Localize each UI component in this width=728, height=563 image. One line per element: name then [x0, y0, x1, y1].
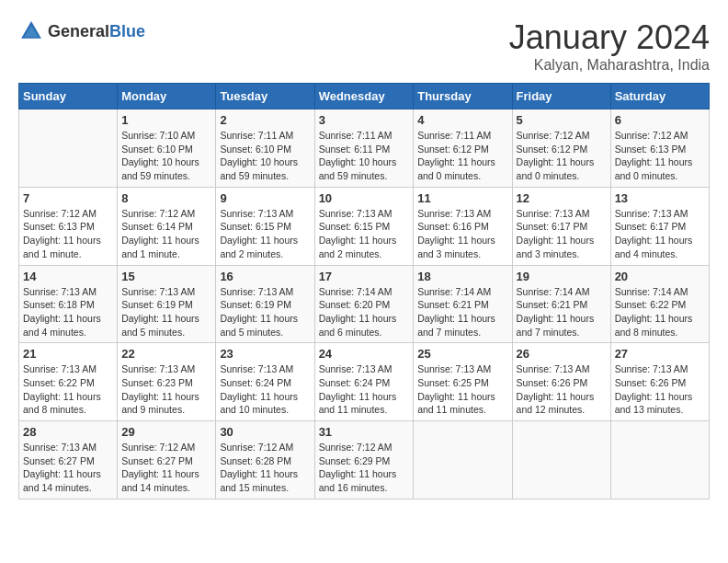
- day-info: Sunrise: 7:12 AMSunset: 6:27 PMDaylight:…: [121, 442, 199, 493]
- calendar-cell: 13 Sunrise: 7:13 AMSunset: 6:17 PMDaylig…: [610, 187, 709, 265]
- calendar-cell: 9 Sunrise: 7:13 AMSunset: 6:15 PMDayligh…: [216, 187, 314, 265]
- calendar-week-row: 1 Sunrise: 7:10 AMSunset: 6:10 PMDayligh…: [19, 109, 710, 188]
- day-info: Sunrise: 7:12 AMSunset: 6:14 PMDaylight:…: [121, 208, 199, 259]
- calendar-cell: 3 Sunrise: 7:11 AMSunset: 6:11 PMDayligh…: [314, 109, 414, 188]
- calendar-week-row: 28 Sunrise: 7:13 AMSunset: 6:27 PMDaylig…: [19, 421, 710, 500]
- day-info: Sunrise: 7:12 AMSunset: 6:13 PMDaylight:…: [615, 130, 693, 181]
- day-info: Sunrise: 7:13 AMSunset: 6:18 PMDaylight:…: [23, 286, 101, 338]
- day-number: 6: [615, 113, 705, 127]
- weekday-header-cell: Wednesday: [314, 84, 414, 109]
- calendar-cell: 2 Sunrise: 7:11 AMSunset: 6:10 PMDayligh…: [216, 109, 314, 188]
- day-number: 28: [23, 425, 113, 439]
- day-number: 21: [23, 347, 113, 361]
- day-number: 1: [121, 113, 211, 127]
- calendar-cell: 10 Sunrise: 7:13 AMSunset: 6:15 PMDaylig…: [314, 187, 414, 265]
- day-number: 4: [417, 113, 507, 127]
- calendar-cell: [19, 109, 118, 188]
- day-number: 24: [319, 347, 410, 361]
- day-number: 11: [417, 191, 507, 205]
- day-number: 31: [319, 425, 410, 439]
- calendar-cell: 27 Sunrise: 7:13 AMSunset: 6:26 PMDaylig…: [610, 343, 709, 421]
- weekday-header-cell: Saturday: [610, 84, 709, 109]
- day-number: 19: [517, 270, 607, 283]
- weekday-header-cell: Friday: [512, 84, 610, 109]
- calendar-week-row: 21 Sunrise: 7:13 AMSunset: 6:22 PMDaylig…: [19, 343, 710, 421]
- day-number: 29: [121, 425, 211, 439]
- day-info: Sunrise: 7:11 AMSunset: 6:10 PMDaylight:…: [220, 130, 298, 181]
- logo-blue: Blue: [109, 22, 145, 40]
- calendar-cell: [512, 421, 610, 500]
- day-info: Sunrise: 7:14 AMSunset: 6:21 PMDaylight:…: [417, 286, 495, 338]
- day-info: Sunrise: 7:13 AMSunset: 6:27 PMDaylight:…: [23, 442, 101, 493]
- logo-icon: [18, 18, 44, 44]
- day-number: 9: [220, 191, 310, 205]
- day-info: Sunrise: 7:11 AMSunset: 6:11 PMDaylight:…: [319, 130, 397, 181]
- day-info: Sunrise: 7:13 AMSunset: 6:17 PMDaylight:…: [517, 208, 595, 259]
- day-number: 27: [615, 347, 705, 361]
- day-number: 7: [23, 191, 113, 205]
- calendar-cell: 7 Sunrise: 7:12 AMSunset: 6:13 PMDayligh…: [19, 187, 118, 265]
- calendar-cell: 19 Sunrise: 7:14 AMSunset: 6:21 PMDaylig…: [512, 265, 610, 343]
- day-number: 2: [220, 113, 310, 127]
- calendar-cell: [610, 421, 709, 500]
- weekday-header-cell: Monday: [118, 84, 216, 109]
- day-info: Sunrise: 7:13 AMSunset: 6:15 PMDaylight:…: [220, 208, 298, 259]
- calendar-cell: 12 Sunrise: 7:13 AMSunset: 6:17 PMDaylig…: [512, 187, 610, 265]
- logo-general: General: [48, 22, 109, 40]
- day-info: Sunrise: 7:13 AMSunset: 6:24 PMDaylight:…: [319, 363, 397, 415]
- calendar-cell: 15 Sunrise: 7:13 AMSunset: 6:19 PMDaylig…: [118, 265, 216, 343]
- day-info: Sunrise: 7:13 AMSunset: 6:15 PMDaylight:…: [319, 208, 397, 259]
- weekday-header-cell: Thursday: [414, 84, 512, 109]
- calendar-cell: 22 Sunrise: 7:13 AMSunset: 6:23 PMDaylig…: [118, 343, 216, 421]
- calendar-cell: 1 Sunrise: 7:10 AMSunset: 6:10 PMDayligh…: [118, 109, 216, 188]
- calendar-cell: 29 Sunrise: 7:12 AMSunset: 6:27 PMDaylig…: [118, 421, 216, 500]
- day-number: 13: [615, 191, 705, 205]
- day-number: 3: [319, 113, 410, 127]
- day-info: Sunrise: 7:13 AMSunset: 6:19 PMDaylight:…: [121, 286, 199, 338]
- day-number: 26: [517, 347, 607, 361]
- day-info: Sunrise: 7:12 AMSunset: 6:12 PMDaylight:…: [517, 130, 595, 181]
- day-info: Sunrise: 7:13 AMSunset: 6:26 PMDaylight:…: [615, 363, 693, 415]
- calendar-cell: 6 Sunrise: 7:12 AMSunset: 6:13 PMDayligh…: [610, 109, 709, 188]
- day-number: 30: [220, 425, 310, 439]
- calendar-cell: 28 Sunrise: 7:13 AMSunset: 6:27 PMDaylig…: [19, 421, 118, 500]
- calendar-cell: 11 Sunrise: 7:13 AMSunset: 6:16 PMDaylig…: [414, 187, 512, 265]
- day-info: Sunrise: 7:13 AMSunset: 6:23 PMDaylight:…: [121, 363, 199, 415]
- day-number: 5: [517, 113, 607, 127]
- weekday-header-row: SundayMondayTuesdayWednesdayThursdayFrid…: [19, 84, 710, 109]
- title-area: January 2024 Kalyan, Maharashtra, India: [509, 18, 710, 74]
- day-info: Sunrise: 7:12 AMSunset: 6:29 PMDaylight:…: [319, 442, 397, 493]
- location: Kalyan, Maharashtra, India: [509, 57, 710, 74]
- day-number: 15: [121, 270, 211, 283]
- day-number: 8: [121, 191, 211, 205]
- calendar-table: SundayMondayTuesdayWednesdayThursdayFrid…: [18, 83, 710, 500]
- calendar-cell: 26 Sunrise: 7:13 AMSunset: 6:26 PMDaylig…: [512, 343, 610, 421]
- calendar-cell: [414, 421, 512, 500]
- calendar-cell: 8 Sunrise: 7:12 AMSunset: 6:14 PMDayligh…: [118, 187, 216, 265]
- calendar-cell: 20 Sunrise: 7:14 AMSunset: 6:22 PMDaylig…: [610, 265, 709, 343]
- calendar-cell: 5 Sunrise: 7:12 AMSunset: 6:12 PMDayligh…: [512, 109, 610, 188]
- calendar-body: 1 Sunrise: 7:10 AMSunset: 6:10 PMDayligh…: [19, 109, 710, 500]
- day-number: 12: [517, 191, 607, 205]
- day-info: Sunrise: 7:13 AMSunset: 6:22 PMDaylight:…: [23, 363, 101, 415]
- day-number: 14: [23, 270, 113, 283]
- day-info: Sunrise: 7:14 AMSunset: 6:21 PMDaylight:…: [517, 286, 595, 338]
- day-info: Sunrise: 7:10 AMSunset: 6:10 PMDaylight:…: [121, 130, 199, 181]
- calendar-cell: 21 Sunrise: 7:13 AMSunset: 6:22 PMDaylig…: [19, 343, 118, 421]
- day-number: 16: [220, 270, 310, 283]
- day-number: 25: [417, 347, 507, 361]
- calendar-cell: 4 Sunrise: 7:11 AMSunset: 6:12 PMDayligh…: [414, 109, 512, 188]
- page-header: GeneralBlue January 2024 Kalyan, Maharas…: [18, 18, 710, 74]
- calendar-cell: 31 Sunrise: 7:12 AMSunset: 6:29 PMDaylig…: [314, 421, 414, 500]
- calendar-cell: 16 Sunrise: 7:13 AMSunset: 6:19 PMDaylig…: [216, 265, 314, 343]
- calendar-cell: 17 Sunrise: 7:14 AMSunset: 6:20 PMDaylig…: [314, 265, 414, 343]
- weekday-header-cell: Sunday: [19, 84, 118, 109]
- calendar-cell: 23 Sunrise: 7:13 AMSunset: 6:24 PMDaylig…: [216, 343, 314, 421]
- day-info: Sunrise: 7:14 AMSunset: 6:22 PMDaylight:…: [615, 286, 693, 338]
- calendar-week-row: 7 Sunrise: 7:12 AMSunset: 6:13 PMDayligh…: [19, 187, 710, 265]
- day-info: Sunrise: 7:13 AMSunset: 6:19 PMDaylight:…: [220, 286, 298, 338]
- calendar-cell: 14 Sunrise: 7:13 AMSunset: 6:18 PMDaylig…: [19, 265, 118, 343]
- day-number: 10: [319, 191, 410, 205]
- calendar-week-row: 14 Sunrise: 7:13 AMSunset: 6:18 PMDaylig…: [19, 265, 710, 343]
- month-year: January 2024: [509, 18, 710, 57]
